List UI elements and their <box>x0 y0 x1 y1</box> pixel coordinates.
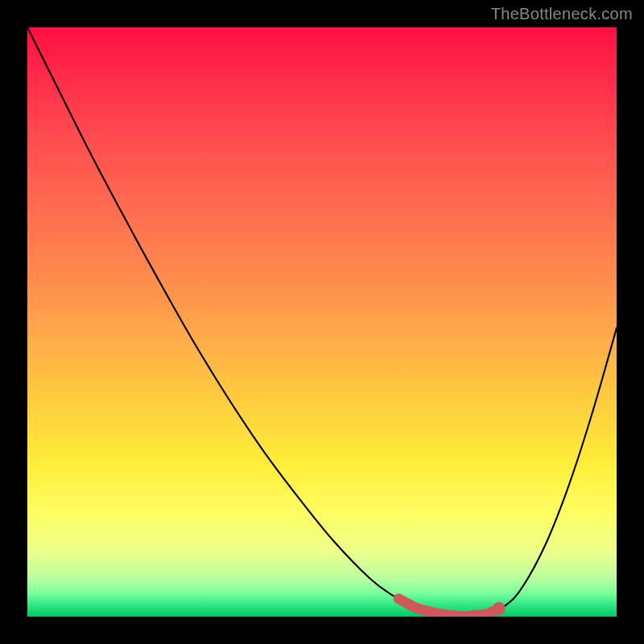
chart-frame: TheBottleneck.com <box>0 0 644 644</box>
curve-overlay <box>27 27 617 617</box>
bottleneck-curve <box>27 27 617 617</box>
watermark-text: TheBottleneck.com <box>491 5 633 23</box>
plot-area <box>27 27 617 617</box>
optimal-band <box>398 599 498 617</box>
optimal-dot <box>492 602 505 615</box>
